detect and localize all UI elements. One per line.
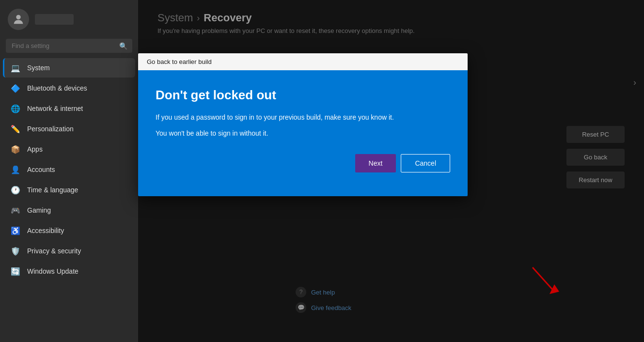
dialog-footer: Next Cancel — [156, 144, 450, 174]
sidebar-item-privacy-label: Privacy & security — [27, 247, 81, 255]
sidebar: 🔍 💻 System 🔷 Bluetooth & devices 🌐 Netwo… — [0, 0, 138, 342]
personalization-icon: ✏️ — [11, 124, 20, 134]
apps-icon: 📦 — [11, 144, 20, 154]
time-icon: 🕐 — [11, 185, 20, 195]
sidebar-item-gaming-label: Gaming — [27, 206, 51, 214]
sidebar-item-personalization-label: Personalization — [27, 125, 74, 133]
sidebar-item-system[interactable]: 💻 System — [3, 58, 135, 78]
nav-items: 💻 System 🔷 Bluetooth & devices 🌐 Network… — [0, 58, 138, 342]
sidebar-item-accounts-label: Accounts — [27, 166, 55, 173]
privacy-icon: 🛡️ — [11, 246, 20, 256]
sidebar-item-time-label: Time & language — [27, 186, 78, 194]
sidebar-item-bluetooth[interactable]: 🔷 Bluetooth & devices — [3, 78, 135, 98]
dialog-title-bar: Go back to earlier build — [138, 53, 468, 70]
system-icon: 💻 — [11, 63, 20, 73]
avatar — [8, 9, 29, 30]
search-input[interactable] — [6, 39, 132, 53]
sidebar-item-accessibility-label: Accessibility — [27, 227, 64, 234]
dialog-heading: Don't get locked out — [156, 88, 450, 103]
accounts-icon: 👤 — [11, 165, 20, 174]
sidebar-item-network-label: Network & internet — [27, 105, 83, 112]
sidebar-item-accounts[interactable]: 👤 Accounts — [3, 160, 135, 179]
cancel-button[interactable]: Cancel — [401, 154, 450, 172]
sidebar-item-privacy[interactable]: 🛡️ Privacy & security — [3, 241, 135, 261]
user-section — [0, 0, 138, 36]
bluetooth-icon: 🔷 — [11, 83, 20, 93]
update-icon: 🔄 — [11, 266, 20, 276]
search-box[interactable]: 🔍 — [6, 39, 132, 53]
dialog: Go back to earlier build Don't get locke… — [138, 53, 468, 196]
username-box — [35, 14, 74, 25]
sidebar-item-network[interactable]: 🌐 Network & internet — [3, 99, 135, 118]
sidebar-item-bluetooth-label: Bluetooth & devices — [27, 84, 87, 92]
next-button[interactable]: Next — [355, 154, 396, 172]
sidebar-item-accessibility[interactable]: ♿ Accessibility — [3, 221, 135, 240]
svg-point-0 — [16, 15, 20, 19]
dialog-text2: You won't be able to sign in without it. — [156, 128, 450, 139]
dialog-body: Don't get locked out If you used a passw… — [138, 70, 468, 196]
sidebar-item-gaming[interactable]: 🎮 Gaming — [3, 201, 135, 220]
sidebar-item-system-label: System — [27, 64, 50, 72]
sidebar-item-personalization[interactable]: ✏️ Personalization — [3, 119, 135, 139]
network-icon: 🌐 — [11, 104, 20, 113]
gaming-icon: 🎮 — [11, 205, 20, 215]
sidebar-item-update[interactable]: 🔄 Windows Update — [3, 262, 135, 281]
sidebar-item-apps-label: Apps — [27, 145, 43, 153]
search-icon: 🔍 — [119, 42, 127, 50]
accessibility-icon: ♿ — [11, 226, 20, 235]
sidebar-item-update-label: Windows Update — [27, 267, 79, 275]
sidebar-item-apps[interactable]: 📦 Apps — [3, 140, 135, 159]
dialog-title: Go back to earlier build — [147, 58, 212, 65]
sidebar-item-time[interactable]: 🕐 Time & language — [3, 180, 135, 200]
dialog-text1: If you used a password to sign in to you… — [156, 112, 450, 123]
